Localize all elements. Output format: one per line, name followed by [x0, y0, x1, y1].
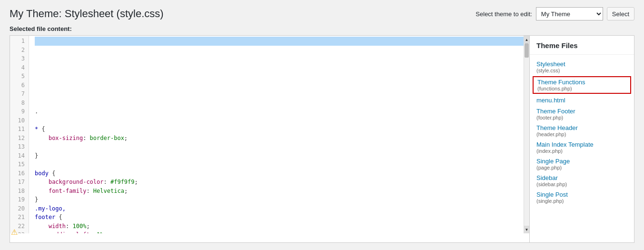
code-line: * {	[35, 125, 524, 134]
code-line	[35, 81, 524, 90]
page-wrapper: My Theme: Stylesheet (style.css) Select …	[0, 0, 644, 250]
line-number: 10	[10, 116, 29, 125]
code-line: }	[35, 195, 524, 204]
code-line	[35, 54, 524, 63]
line-number: 17	[10, 178, 29, 187]
line-number: 12	[10, 134, 29, 143]
code-line: font-family: Helvetica;	[35, 187, 524, 196]
sidebar-item[interactable]: Theme Footer(footer.php)	[530, 106, 634, 122]
scrollbar-y[interactable]: ▲ ▼	[524, 36, 529, 233]
theme-select-label: Select theme to edit:	[476, 10, 532, 18]
code-line	[35, 116, 524, 125]
code-line: }	[35, 151, 524, 160]
main-content: 123456789101112131415161718192021222324 …	[10, 35, 634, 243]
sidebar-items-container: Stylesheet(style.css)Theme Functions(fun…	[530, 59, 634, 206]
code-line: padding-left: 1%;	[35, 230, 524, 233]
sidebar-item-file: (sidebar.php)	[536, 181, 627, 187]
line-number: 13	[10, 142, 29, 151]
sidebar-item-name[interactable]: Stylesheet	[536, 60, 627, 68]
warning-icon: ⚠	[11, 228, 18, 237]
code-line: background-color: #f9f9f9;	[35, 178, 524, 187]
line-numbers: 123456789101112131415161718192021222324	[10, 36, 29, 233]
selected-file-label: Selected file content:	[10, 25, 634, 32]
sidebar-item-file: (single.php)	[536, 198, 627, 204]
sidebar-item[interactable]: Sidebar(sidebar.php)	[530, 172, 634, 189]
sidebar-item-name[interactable]: Single Post	[536, 191, 627, 198]
sidebar-item-name[interactable]: Main Index Template	[536, 141, 627, 148]
theme-select-area: Select theme to edit: My Theme Twenty Se…	[476, 7, 634, 20]
code-line	[35, 99, 524, 108]
line-number: 5	[10, 72, 29, 81]
line-number: 16	[10, 169, 29, 178]
code-line	[35, 37, 524, 46]
editor-area[interactable]: 123456789101112131415161718192021222324 …	[10, 35, 530, 243]
sidebar-item-name[interactable]: Single Page	[536, 158, 627, 165]
line-number: 19	[10, 195, 29, 204]
sidebar-item-name[interactable]: menu.html	[536, 97, 627, 104]
line-number: 21	[10, 213, 29, 222]
sidebar-item-file: (functions.php)	[537, 86, 626, 91]
code-line: footer {	[35, 213, 524, 222]
code-line	[35, 90, 524, 99]
sidebar-item[interactable]: Single Post(single.php)	[530, 189, 634, 206]
theme-files-sidebar: Theme Files Stylesheet(style.css)Theme F…	[530, 35, 634, 243]
scroll-arrow-up[interactable]: ▲	[524, 36, 530, 43]
sidebar-item-file: (footer.php)	[536, 115, 627, 120]
line-number: 2	[10, 46, 29, 55]
code-line: box-sizing: border-box;	[35, 134, 524, 143]
header-row: My Theme: Stylesheet (style.css) Select …	[10, 7, 634, 20]
code-line	[35, 63, 524, 72]
line-number: 20	[10, 204, 29, 213]
line-number: 14	[10, 151, 29, 160]
code-content[interactable]: . * { box-sizing: border-box; } body { b…	[29, 36, 524, 233]
code-line	[35, 160, 524, 169]
line-number: 4	[10, 63, 29, 72]
line-number: 6	[10, 81, 29, 90]
code-line: .my-logo,	[35, 204, 524, 213]
page-title: My Theme: Stylesheet (style.css)	[10, 8, 164, 20]
sidebar-item-file: (header.php)	[536, 131, 627, 137]
code-line	[35, 142, 524, 151]
code-editor: 123456789101112131415161718192021222324 …	[10, 36, 529, 233]
line-number: 15	[10, 160, 29, 169]
code-line	[35, 72, 524, 81]
sidebar-item-file: (style.css)	[536, 68, 627, 73]
sidebar-item-name[interactable]: Theme Header	[536, 124, 627, 131]
scroll-arrow-down[interactable]: ▼	[524, 226, 530, 233]
code-line: width: 100%;	[35, 222, 524, 231]
theme-select[interactable]: My Theme Twenty Seventeen Twenty Sixteen	[536, 7, 603, 20]
sidebar-item[interactable]: Stylesheet(style.css)	[530, 59, 634, 75]
line-number: 18	[10, 187, 29, 196]
sidebar-title: Theme Files	[530, 41, 634, 55]
select-button[interactable]: Select	[607, 7, 634, 20]
line-number: 7	[10, 90, 29, 99]
sidebar-item-name[interactable]: Theme Functions	[537, 79, 626, 86]
sidebar-item[interactable]: Theme Header(header.php)	[530, 122, 634, 139]
code-line: body {	[35, 169, 524, 178]
sidebar-item-name[interactable]: Sidebar	[536, 174, 627, 181]
sidebar-item-file: (page.php)	[536, 165, 627, 170]
sidebar-item[interactable]: Main Index Template(index.php)	[530, 139, 634, 156]
line-number: 3	[10, 54, 29, 63]
line-number: 9	[10, 107, 29, 116]
scroll-track	[524, 43, 529, 226]
sidebar-item-name[interactable]: Theme Footer	[536, 108, 627, 115]
line-number: 11	[10, 125, 29, 134]
line-number: 8	[10, 99, 29, 108]
sidebar-item[interactable]: Single Page(page.php)	[530, 156, 634, 172]
line-number: 1	[10, 37, 29, 46]
scroll-thumb[interactable]	[525, 43, 529, 58]
code-line: .	[35, 107, 524, 116]
sidebar-item[interactable]: menu.html	[530, 95, 634, 106]
code-line	[35, 46, 524, 55]
sidebar-item[interactable]: Theme Functions(functions.php)	[533, 76, 631, 94]
sidebar-item-file: (index.php)	[536, 148, 627, 154]
